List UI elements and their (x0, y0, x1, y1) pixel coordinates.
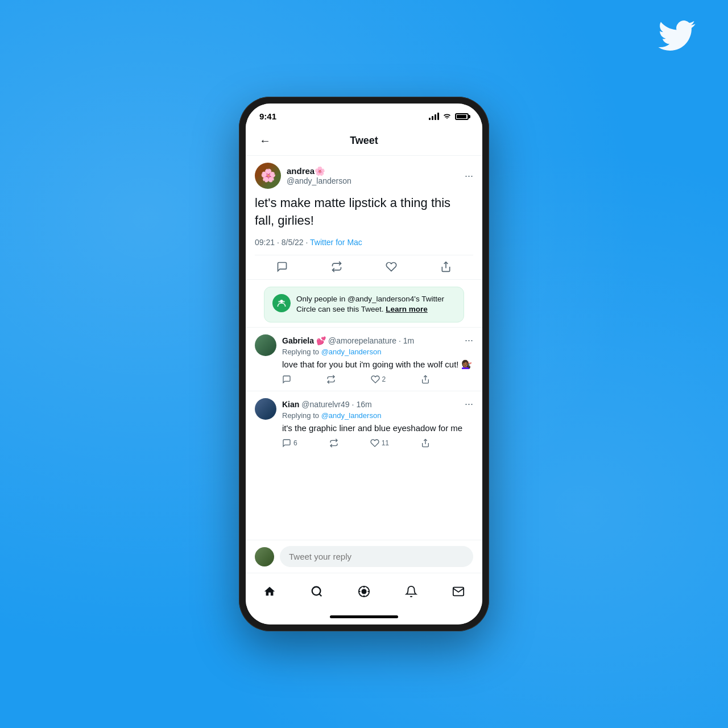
back-arrow-icon: ← (259, 134, 271, 147)
heart-icon-k (370, 439, 379, 448)
spaces-icon (358, 585, 370, 598)
nav-home[interactable] (257, 579, 282, 604)
comment-count-kian: 6 (293, 439, 297, 447)
reply-handle-gabriela: @amorepelanature (328, 336, 396, 345)
like-action[interactable] (386, 261, 397, 272)
reply-time-gabriela: · 1m (399, 336, 414, 345)
circle-icon (272, 294, 291, 312)
svg-point-6 (312, 587, 321, 595)
reply-like-kian[interactable]: 11 (370, 439, 389, 448)
reply-actions-gabriela: 2 (282, 375, 430, 384)
people-circle-icon (277, 299, 286, 308)
home-icon (263, 585, 276, 598)
reply-to-handle-kian[interactable]: @andy_landerson (321, 411, 382, 420)
back-button[interactable]: ← (255, 130, 275, 151)
avatar-me (255, 547, 274, 566)
phone-screen: 9:41 ← Tweet (246, 104, 482, 624)
heart-icon-g (371, 375, 380, 384)
reply-comment-kian[interactable]: 6 (282, 439, 297, 448)
reply-content-kian: Kian @naturelvr49 · 16m ··· Replying to … (282, 398, 473, 448)
circle-notice: Only people in @andy_landerson4's Twitte… (264, 287, 464, 323)
reply-header-gabriela: Gabriela 💕 @amorepelanature · 1m ··· (282, 334, 473, 346)
reply-input-field[interactable] (280, 546, 473, 567)
bottom-nav (246, 573, 482, 609)
reply-tweet-kian: Kian @naturelvr49 · 16m ··· Replying to … (246, 391, 482, 454)
twitter-logo (654, 17, 700, 54)
avatar-kian (255, 398, 276, 420)
share-icon (440, 261, 452, 272)
main-tweet: andrea🌸 @andy_landerson ··· let's make m… (246, 156, 482, 280)
status-time: 9:41 (259, 111, 276, 121)
user-handle: @andy_landerson (287, 176, 351, 185)
comment-icon-k (282, 439, 291, 448)
tweet-meta: 09:21 · 8/5/22 · Twitter for Mac (255, 238, 473, 247)
like-count-gabriela: 2 (382, 375, 386, 383)
comment-icon (276, 261, 288, 272)
home-indicator (246, 609, 482, 624)
svg-point-2 (278, 300, 280, 302)
reply-share-gabriela[interactable] (421, 375, 430, 384)
reply-comment-gabriela[interactable] (282, 375, 291, 384)
reply-text-gabriela: love that for you but i'm going with the… (282, 358, 473, 370)
reply-user-line: Gabriela 💕 @amorepelanature · 1m (282, 336, 414, 345)
reply-retweet-kian[interactable] (329, 439, 338, 448)
reply-tweet-gabriela: Gabriela 💕 @amorepelanature · 1m ··· Rep… (246, 327, 482, 391)
home-bar (330, 615, 398, 618)
reply-to-gabriela: Replying to @andy_landerson (282, 348, 473, 356)
circle-notice-wrapper: Only people in @andy_landerson4's Twitte… (246, 287, 482, 328)
reply-like-gabriela[interactable]: 2 (371, 375, 386, 384)
phone-frame: 9:41 ← Tweet (239, 97, 489, 631)
mail-icon (452, 585, 465, 598)
comment-icon-g (282, 375, 291, 384)
like-count-kian: 11 (382, 439, 389, 447)
learn-more-link[interactable]: Learn more (386, 305, 428, 313)
svg-point-9 (361, 589, 366, 594)
user-name: andrea🌸 (287, 166, 351, 176)
tweet-user: andrea🌸 @andy_landerson (255, 163, 351, 189)
battery-icon (455, 113, 469, 120)
nav-search[interactable] (304, 579, 329, 604)
svg-line-7 (319, 594, 321, 596)
tweet-source-link[interactable]: Twitter for Mac (310, 238, 362, 247)
reply-text-kian: it's the graphic liner and blue eyeshado… (282, 422, 473, 434)
retweet-icon-k (329, 439, 338, 448)
avatar-andrea (255, 163, 281, 189)
nav-spaces[interactable] (351, 579, 377, 604)
reply-to-handle-gabriela[interactable]: @andy_landerson (321, 348, 382, 356)
signal-icon (429, 113, 439, 120)
reply-actions-kian: 6 (282, 439, 430, 448)
circle-notice-text: Only people in @andy_landerson4's Twitte… (296, 294, 456, 316)
reply-share-kian[interactable] (421, 439, 430, 448)
share-action[interactable] (440, 261, 452, 272)
reply-retweet-gabriela[interactable] (326, 375, 336, 384)
tweet-text: let's make matte lipstick a thing this f… (255, 195, 473, 230)
page-title: Tweet (275, 135, 453, 147)
svg-point-3 (283, 300, 284, 302)
reply-content-gabriela: Gabriela 💕 @amorepelanature · 1m ··· Rep… (282, 334, 473, 384)
comment-action[interactable] (276, 261, 288, 272)
top-nav: ← Tweet (246, 126, 482, 156)
share-icon-g (421, 375, 430, 384)
retweet-icon (331, 261, 342, 272)
user-info: andrea🌸 @andy_landerson (287, 166, 351, 185)
tweet-actions (255, 255, 473, 272)
tweet-time: 09:21 · 8/5/22 · (255, 238, 310, 247)
reply-handle-kian: @naturelvr49 (301, 400, 349, 409)
retweet-icon-g (326, 375, 336, 384)
nav-messages[interactable] (446, 579, 471, 604)
scroll-content[interactable]: andrea🌸 @andy_landerson ··· let's make m… (246, 156, 482, 540)
avatar-gabriela (255, 334, 276, 356)
tweet-header: andrea🌸 @andy_landerson ··· (255, 163, 473, 189)
bell-icon (405, 585, 417, 598)
status-bar: 9:41 (246, 104, 482, 126)
share-icon-k (421, 439, 430, 448)
reply-more-gabriela[interactable]: ··· (465, 334, 473, 346)
wifi-icon (442, 113, 452, 120)
reply-input-area (246, 540, 482, 573)
retweet-action[interactable] (331, 261, 342, 272)
status-icons (429, 113, 469, 120)
nav-notifications[interactable] (399, 579, 424, 604)
reply-to-kian: Replying to @andy_landerson (282, 411, 473, 420)
reply-more-kian[interactable]: ··· (465, 398, 473, 410)
more-button[interactable]: ··· (465, 170, 473, 182)
